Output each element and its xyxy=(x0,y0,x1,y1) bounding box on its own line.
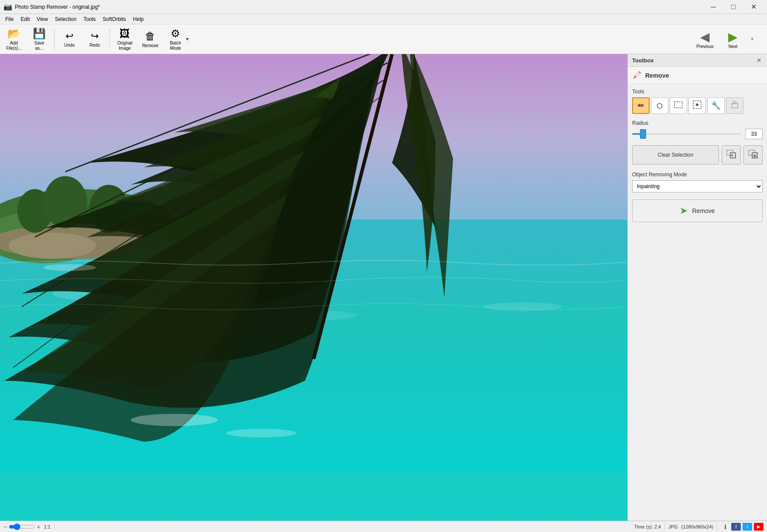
status-separator-3 xyxy=(717,523,717,530)
app-icon: 📷 xyxy=(3,3,12,11)
main-area: Toolbox ✕ 🖍 Remove Tools ✏ ⬡ xyxy=(0,54,767,521)
maximize-button[interactable]: □ xyxy=(723,0,743,14)
status-format: JPG xyxy=(668,524,678,529)
menu-bar: File Edit View Selection Tools SoftOrbit… xyxy=(0,14,767,24)
nav-dropdown-arrow[interactable]: ▼ xyxy=(750,37,754,41)
wand-icon: 🔧 xyxy=(711,101,721,110)
zoom-minus-button[interactable]: − xyxy=(3,523,7,530)
remove-arrow-icon: ➤ xyxy=(680,205,688,216)
image-container xyxy=(0,54,627,521)
status-info-icons: ℹ f t ▶ xyxy=(721,523,764,531)
mode-select[interactable]: Inpainting Content-Aware Fill Texture Sy… xyxy=(632,180,763,192)
clear-selection-button[interactable]: Clear Selection xyxy=(632,145,719,165)
status-time: Time (s): 2.4 xyxy=(634,524,661,529)
status-bar: − + 1:1 Time (s): 2.4 JPG (1280x960x24) … xyxy=(0,521,767,532)
magic-fill-icon xyxy=(692,100,702,112)
menu-view[interactable]: View xyxy=(33,15,52,23)
radius-value[interactable]: 33 xyxy=(745,129,763,139)
toolbar: 📂 AddFile(s)... 💾 Saveas... ↩ Undo ↪ Red… xyxy=(0,24,767,54)
canvas-area[interactable] xyxy=(0,54,627,521)
svg-point-9 xyxy=(9,233,96,259)
tools-section-label: Tools xyxy=(632,89,763,95)
remove-title: Remove xyxy=(645,72,669,79)
pencil-icon: ✏ xyxy=(638,101,644,110)
remove-eraser-icon: 🖍 xyxy=(633,70,642,80)
stamp-button xyxy=(726,97,743,114)
previous-button[interactable]: ◀ Previous xyxy=(692,26,718,52)
next-button[interactable]: ▶ Next xyxy=(720,26,746,52)
magic-fill-button[interactable] xyxy=(688,97,706,114)
add-file-button[interactable]: 📂 AddFile(s)... xyxy=(2,26,26,52)
radius-slider-thumb[interactable] xyxy=(640,129,646,139)
original-image-button[interactable]: 🖼 OriginalImage xyxy=(113,26,137,52)
undo-button[interactable]: ↩ Undo xyxy=(57,26,82,52)
stamp-icon xyxy=(730,100,739,112)
palm-overlay xyxy=(0,54,627,472)
previous-icon: ◀ xyxy=(700,30,710,44)
load-from-file-icon xyxy=(748,149,758,161)
radius-slider-container[interactable] xyxy=(632,133,742,135)
svg-point-4 xyxy=(484,302,562,311)
facebook-button[interactable]: f xyxy=(731,523,741,531)
zoom-plus-button[interactable]: + xyxy=(37,523,40,530)
redo-icon: ↪ xyxy=(91,31,99,42)
add-file-icon: 📂 xyxy=(7,27,21,40)
svg-rect-21 xyxy=(674,102,682,108)
menu-file[interactable]: File xyxy=(2,15,17,23)
svg-point-20 xyxy=(227,429,296,437)
action-buttons-row: Clear Selection xyxy=(632,145,763,165)
status-separator-2 xyxy=(664,523,665,530)
wand-button[interactable]: 🔧 xyxy=(707,97,725,114)
save-as-button[interactable]: 💾 Saveas... xyxy=(27,26,52,52)
menu-help[interactable]: Help xyxy=(130,15,148,23)
status-zoom: − + 1:1 xyxy=(3,523,51,530)
menu-selection[interactable]: Selection xyxy=(52,15,80,23)
beach-image xyxy=(0,54,627,521)
load-from-file-button[interactable] xyxy=(743,145,763,165)
batch-mode-button[interactable]: ⚙ BatchMode xyxy=(163,26,188,52)
toolbar-dropdown-arrow[interactable]: ▼ xyxy=(185,37,189,41)
remove-icon: 🗑 xyxy=(145,30,155,42)
toolbar-separator-1 xyxy=(54,28,55,50)
info-button[interactable]: ℹ xyxy=(721,523,729,531)
next-label: Next xyxy=(729,44,738,49)
title-bar-controls: ─ □ ✕ xyxy=(703,0,764,14)
next-icon: ▶ xyxy=(728,30,738,44)
nav-area: ◀ Previous ▶ Next ▼ xyxy=(692,26,765,52)
menu-softorbits[interactable]: SoftOrbits xyxy=(99,15,129,23)
title-bar: 📷 Photo Stamp Remover - original.jpg* ─ … xyxy=(0,0,767,14)
toolbox-title: Toolbox xyxy=(632,57,654,64)
eraser-tool-button[interactable]: ⬡ xyxy=(651,97,668,114)
pencil-tool-button[interactable]: ✏ xyxy=(632,97,650,114)
select-to-file-button[interactable] xyxy=(722,145,741,165)
save-as-icon: 💾 xyxy=(33,27,46,40)
menu-edit[interactable]: Edit xyxy=(17,15,33,23)
select-to-file-icon xyxy=(726,149,736,161)
radius-slider-track xyxy=(632,133,742,135)
rectangle-select-button[interactable] xyxy=(670,97,687,114)
radius-row: 33 xyxy=(632,129,763,139)
title-text: Photo Stamp Remover - original.jpg* xyxy=(15,4,100,10)
original-image-icon: 🖼 xyxy=(120,27,130,40)
status-separator-1 xyxy=(54,523,55,530)
title-bar-left: 📷 Photo Stamp Remover - original.jpg* xyxy=(3,3,100,11)
status-dims: (1280x960x24) xyxy=(681,524,713,529)
radius-label: Radius xyxy=(632,120,763,126)
zoom-slider[interactable] xyxy=(9,524,35,530)
youtube-button[interactable]: ▶ xyxy=(754,523,764,531)
minimize-button[interactable]: ─ xyxy=(703,0,723,14)
twitter-button[interactable]: t xyxy=(743,523,752,531)
toolbox-header: Toolbox ✕ xyxy=(628,54,767,67)
batch-mode-icon: ⚙ xyxy=(171,27,180,40)
zoom-level: 1:1 xyxy=(44,524,50,529)
toolbox-content: Tools ✏ ⬡ xyxy=(628,84,767,521)
remove-action-button[interactable]: ➤ Remove xyxy=(632,199,763,222)
svg-point-23 xyxy=(696,103,698,106)
close-button[interactable]: ✕ xyxy=(743,0,764,14)
tools-row: ✏ ⬡ xyxy=(632,97,763,114)
menu-tools[interactable]: Tools xyxy=(80,15,99,23)
remove-toolbar-button[interactable]: 🗑 Remove xyxy=(138,26,162,52)
toolbox-close-button[interactable]: ✕ xyxy=(756,57,763,64)
redo-button[interactable]: ↪ Redo xyxy=(83,26,107,52)
svg-rect-25 xyxy=(733,102,736,104)
